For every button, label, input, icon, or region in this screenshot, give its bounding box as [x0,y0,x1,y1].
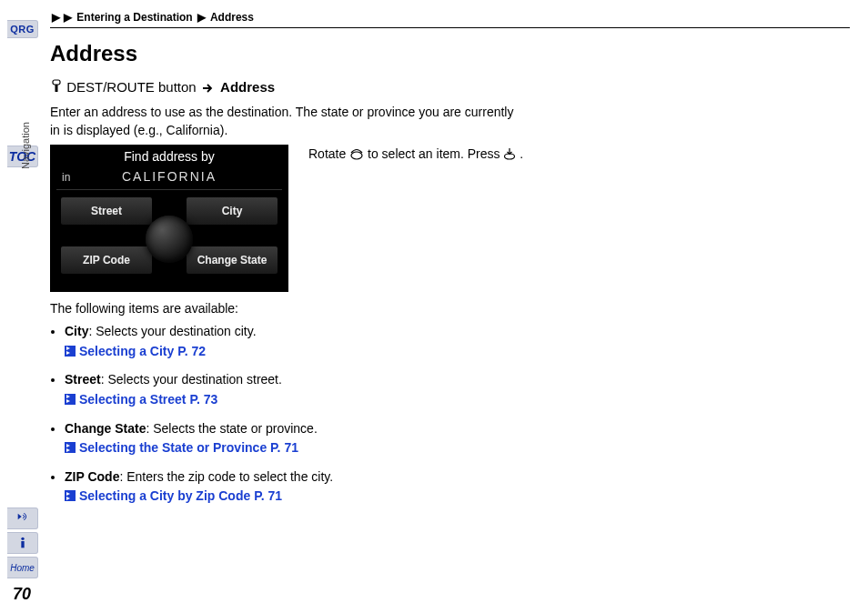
breadcrumb-a[interactable]: Entering a Destination [76,11,192,24]
list-item: Street: Selects your destination street.… [65,371,850,408]
breadcrumb: ▶▶ Entering a Destination ▶ Address [50,11,850,24]
rotate-caption: Rotate to select an item. Press . [308,145,850,161]
qrg-tab[interactable]: QRG [7,20,38,38]
item-desc: : Selects the state or province. [146,421,317,436]
svg-rect-3 [56,85,58,92]
screen-title: Find address by [51,149,288,164]
item-name: City [65,324,88,338]
intro-text: Enter an address to use as the destinati… [50,104,523,139]
screen-state: CALIFORNIA [51,169,288,184]
info-icon [15,536,30,550]
path-button: DEST/ROUTE button [66,79,197,95]
screen-street-button: Street [60,196,153,226]
following-intro: The following items are available: [50,301,850,316]
nav-path: DEST/ROUTE button Address [50,79,850,95]
item-desc: : Selects your destination city. [88,324,256,338]
rotate-dial-icon [349,147,364,160]
list-item: ZIP Code: Enters the zip code to select … [65,468,850,506]
xref-icon [65,490,76,501]
section-label: Navigation [20,122,31,169]
item-name: Street [65,372,101,387]
list-item: City: Selects your destination city. Sel… [65,323,850,360]
xref-page[interactable]: P. 72 [177,344,206,358]
svg-rect-1 [21,541,24,548]
path-dest: Address [220,79,275,95]
list-item: Change State: Selects the state or provi… [65,420,850,457]
screen-change-button: Change State [186,246,278,275]
screen-city-button: City [186,196,278,226]
arrow-right-icon [202,84,215,93]
nav-screenshot: Find address by in CALIFORNIA Street Cit… [50,145,288,292]
xref-icon [65,442,76,453]
xref-link[interactable]: Selecting a City by Zip Code [79,488,250,503]
button-icon [50,79,63,94]
dial-knob-icon [146,216,193,263]
xref-icon [65,394,76,405]
svg-point-0 [21,538,24,540]
page-title: Address [50,41,850,66]
voice-tab[interactable] [7,507,38,529]
page-number: 70 [13,585,31,604]
item-name: Change State [65,421,146,436]
xref-page[interactable]: P. 71 [270,440,298,455]
xref-icon [65,346,76,357]
voice-icon [15,511,30,526]
breadcrumb-b[interactable]: Address [210,11,254,24]
xref-link[interactable]: Selecting a City [79,344,174,358]
xref-link[interactable]: Selecting a Street [79,392,187,407]
home-tab[interactable]: Home [7,557,38,578]
item-desc: : Enters the zip code to select the city… [119,469,333,484]
info-tab[interactable] [7,532,38,554]
screen-zip-button: ZIP Code [60,246,153,275]
item-name: ZIP Code [65,469,119,484]
xref-page[interactable]: P. 71 [254,488,282,503]
svg-rect-2 [53,80,60,85]
xref-link[interactable]: Selecting the State or Province [79,440,267,455]
press-dial-icon [503,147,516,160]
svg-point-4 [351,152,362,159]
item-desc: : Selects your destination street. [101,372,282,387]
xref-page[interactable]: P. 73 [189,392,217,407]
